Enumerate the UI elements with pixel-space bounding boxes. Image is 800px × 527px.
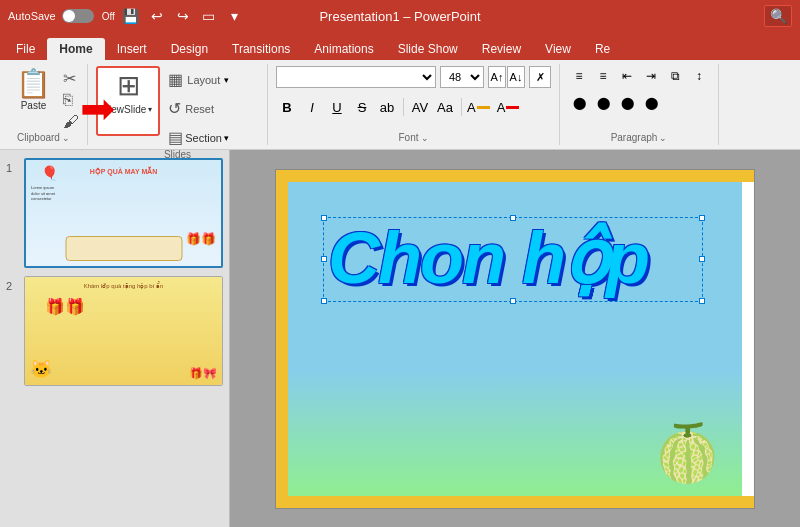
font-color-icon: A — [497, 100, 506, 115]
format-painter-icon[interactable]: 🖌 — [63, 112, 79, 132]
font-divider-1 — [403, 98, 404, 116]
paste-button[interactable]: 📋 Paste — [8, 66, 59, 115]
clipboard-expand-icon[interactable]: ⌄ — [62, 133, 70, 143]
align-justify-button[interactable]: ⬤ — [640, 93, 662, 113]
tab-transitions[interactable]: Transitions — [220, 38, 302, 60]
slides-group: ⊞ New Slide ▾ ▦ Layout ▾ ↺ Reset — [88, 64, 268, 145]
canvas-border-left — [276, 170, 288, 508]
font-row-1: 48 A↑ A↓ ✗ — [276, 66, 551, 88]
strikethrough2-button[interactable]: ab — [376, 96, 398, 118]
change-case-button[interactable]: Aa — [434, 96, 456, 118]
search-button[interactable]: 🔍 — [764, 5, 792, 27]
sel-handle-tl — [321, 215, 327, 221]
canvas-area: Chon hộp 🍈 — [230, 150, 800, 527]
copy-icon[interactable]: ⎘ — [63, 90, 79, 110]
layout-icon: ▦ — [168, 70, 183, 89]
align-left-button[interactable]: ⬤ — [568, 93, 590, 113]
sel-handle-mr — [699, 256, 705, 262]
para-row-2: ⬤ ⬤ ⬤ ⬤ — [568, 93, 710, 113]
reset-icon: ↺ — [168, 99, 181, 118]
autosave-toggle[interactable] — [62, 9, 94, 23]
save-icon[interactable]: 💾 — [121, 6, 141, 26]
new-slide-button[interactable]: ⊞ New Slide ▾ — [96, 66, 160, 136]
new-slide-dropdown-arrow: ▾ — [148, 105, 152, 114]
paste-icon: 📋 — [16, 70, 51, 98]
strikethrough-button[interactable]: S — [351, 96, 373, 118]
layout-button[interactable]: ▦ Layout ▾ — [164, 68, 233, 91]
canvas-slide-bg: Chon hộp 🍈 — [288, 182, 742, 496]
font-name-select[interactable] — [276, 66, 436, 88]
slide-2-gifts: 🎁🎀 — [189, 367, 217, 380]
slide-1-container: 1 🎈 HỘP QUÀ MAY MẮN Lorem ipsumdolor sit… — [6, 158, 223, 268]
section-arrow: ▾ — [224, 133, 229, 143]
font-size-arrows: A↑ A↓ — [488, 66, 525, 88]
font-color-button[interactable]: A — [497, 100, 520, 115]
align-right-button[interactable]: ⬤ — [616, 93, 638, 113]
tab-design[interactable]: Design — [159, 38, 220, 60]
redo-icon[interactable]: ↪ — [173, 6, 193, 26]
slide-2-container: 2 Khám lớp quà tặng hộp bí ẩn 🎁🎁 🐱 🎁🎀 — [6, 276, 223, 386]
italic-button[interactable]: I — [301, 96, 323, 118]
slide-2-title: Khám lớp quà tặng hộp bí ẩn — [84, 282, 164, 289]
ribbon: 📋 Paste ✂ ⎘ 🖌 Clipboard ⌄ ⊞ New Slide — [0, 60, 800, 150]
columns-button[interactable]: ⧉ — [664, 66, 686, 86]
autosave-label: AutoSave — [8, 10, 56, 22]
highlight-color-button[interactable]: A — [467, 100, 490, 115]
sel-handle-ml — [321, 256, 327, 262]
present-icon[interactable]: ▭ — [199, 6, 219, 26]
slide-1-body: Lorem ipsumdolor sit ametconsectetur — [31, 185, 55, 202]
sel-handle-br — [699, 298, 705, 304]
slide-2-thumbnail[interactable]: Khám lớp quà tặng hộp bí ẩn 🎁🎁 🐱 🎁🎀 — [24, 276, 223, 386]
bold-button[interactable]: B — [276, 96, 298, 118]
font-color-bar — [506, 106, 519, 109]
tab-more[interactable]: Re — [583, 38, 622, 60]
text-direction-button[interactable]: ↕ — [688, 66, 710, 86]
tab-animations[interactable]: Animations — [302, 38, 385, 60]
slide-canvas[interactable]: Chon hộp 🍈 — [275, 169, 755, 509]
tab-file[interactable]: File — [4, 38, 47, 60]
tab-review[interactable]: Review — [470, 38, 533, 60]
font-label: Font ⌄ — [276, 132, 551, 145]
undo-icon[interactable]: ↩ — [147, 6, 167, 26]
underline-button[interactable]: U — [326, 96, 348, 118]
para-row-1: ≡ ≡ ⇤ ⇥ ⧉ ↕ — [568, 66, 710, 86]
tab-home[interactable]: Home — [47, 38, 104, 60]
increase-indent-button[interactable]: ⇥ — [640, 66, 662, 86]
font-size-select[interactable]: 48 — [440, 66, 484, 88]
layout-arrow: ▾ — [224, 75, 229, 85]
decrease-indent-button[interactable]: ⇤ — [616, 66, 638, 86]
align-center-button[interactable]: ⬤ — [592, 93, 614, 113]
sel-handle-bl — [321, 298, 327, 304]
tab-slideshow[interactable]: Slide Show — [386, 38, 470, 60]
list-bullets-button[interactable]: ≡ — [568, 66, 590, 86]
more-icon[interactable]: ▾ — [225, 6, 245, 26]
paragraph-group: ≡ ≡ ⇤ ⇥ ⧉ ↕ ⬤ ⬤ ⬤ ⬤ Paragraph ⌄ — [560, 64, 719, 145]
slide-1-thumbnail[interactable]: 🎈 HỘP QUÀ MAY MẮN Lorem ipsumdolor sit a… — [24, 158, 223, 268]
paragraph-expand-icon[interactable]: ⌄ — [659, 133, 667, 143]
slide-2-number: 2 — [6, 280, 18, 292]
canvas-main-text: Chon hộp — [328, 222, 648, 294]
slide-panel: 1 🎈 HỘP QUÀ MAY MẮN Lorem ipsumdolor sit… — [0, 150, 230, 527]
font-controls: 48 A↑ A↓ ✗ B I U S ab AV Aa A — [276, 64, 551, 118]
section-button[interactable]: ▤ Section ▾ — [164, 126, 233, 149]
autosave-off-label: Off — [102, 11, 115, 22]
slide-1-scroll — [65, 236, 182, 261]
highlight-color-bar — [477, 106, 490, 109]
font-expand-icon[interactable]: ⌄ — [421, 133, 429, 143]
font-format-row: B I U S ab AV Aa A A — [276, 96, 551, 118]
title-bar-title: Presentation1 – PowerPoint — [319, 9, 480, 24]
clear-format-button[interactable]: ✗ — [529, 66, 551, 88]
font-size-decrease[interactable]: A↓ — [507, 66, 525, 88]
reset-button[interactable]: ↺ Reset — [164, 97, 233, 120]
font-size-increase[interactable]: A↑ — [488, 66, 506, 88]
slide-2-cat: 🐱 — [30, 358, 52, 380]
tab-insert[interactable]: Insert — [105, 38, 159, 60]
cut-icon[interactable]: ✂ — [63, 68, 79, 88]
tab-view[interactable]: View — [533, 38, 583, 60]
text-spacing-button[interactable]: AV — [409, 96, 431, 118]
title-bar-left: AutoSave Off 💾 ↩ ↪ ▭ ▾ — [8, 6, 245, 26]
list-numbers-button[interactable]: ≡ — [592, 66, 614, 86]
main-area: 1 🎈 HỘP QUÀ MAY MẮN Lorem ipsumdolor sit… — [0, 150, 800, 527]
slide-1-bg: 🎈 HỘP QUÀ MAY MẮN Lorem ipsumdolor sit a… — [26, 160, 221, 266]
ribbon-tabs: File Home Insert Design Transitions Anim… — [0, 32, 800, 60]
